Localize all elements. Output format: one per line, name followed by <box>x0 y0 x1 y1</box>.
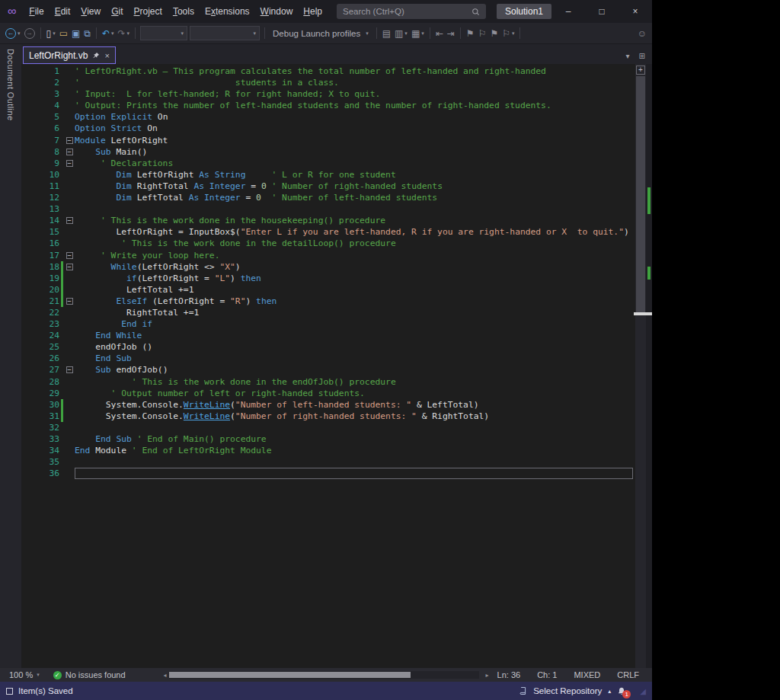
notifications-button[interactable]: 1 <box>617 686 626 696</box>
menu-help[interactable]: Help <box>298 0 328 23</box>
document-outline-tab[interactable]: Document Outline <box>6 49 15 120</box>
configuration-combo[interactable]: ▾ <box>140 26 187 40</box>
code-line-13[interactable]: 13 <box>21 203 635 215</box>
fold-collapse-icon[interactable]: − <box>66 137 73 144</box>
code-line-14[interactable]: 14− ' This is the work done in the house… <box>21 215 635 226</box>
code-line-36[interactable]: 36 <box>21 468 635 479</box>
menu-git[interactable]: Git <box>106 0 128 23</box>
code-line-15[interactable]: 15 LeftOrRight = InputBox$("Enter L if y… <box>21 226 635 238</box>
code-line-10[interactable]: 10 Dim LeftOrRight As String ' L or R fo… <box>21 169 635 181</box>
code-line-28[interactable]: 28 ' This is the work done in the endOfJ… <box>21 376 635 388</box>
solution-button[interactable]: Solution1 <box>497 4 551 19</box>
line-annotations-button[interactable]: ▦▾ <box>411 25 425 42</box>
code-line-7[interactable]: 7−Module LeftOrRight <box>21 135 635 146</box>
fold-collapse-icon[interactable]: − <box>66 252 73 259</box>
menu-view[interactable]: View <box>75 0 106 23</box>
fold-collapse-icon[interactable]: − <box>66 366 73 373</box>
code-line-27[interactable]: 27− Sub endOfJob() <box>21 364 635 376</box>
fold-collapse-icon[interactable]: − <box>66 149 73 155</box>
save-all-button[interactable]: ⧉ <box>83 25 91 42</box>
code-line-11[interactable]: 11 Dim RightTotal As Integer = 0 ' Numbe… <box>21 181 635 192</box>
splitter-handle[interactable] <box>634 312 652 315</box>
new-file-button[interactable]: ▯▾ <box>46 25 56 42</box>
issues-indicator[interactable]: ✓ No issues found <box>53 670 126 679</box>
code-line-1[interactable]: 1' LeftOrRight.vb – This program calcula… <box>21 66 635 77</box>
bookmark-toggle-button[interactable]: ⚑ <box>465 25 475 42</box>
tab-list-chevron-icon[interactable]: ▾ <box>626 52 630 60</box>
code-line-6[interactable]: 6Option Strict On <box>21 123 635 134</box>
code-line-3[interactable]: 3' Input: L for left-handed; R for right… <box>21 88 635 100</box>
code-line-18[interactable]: 18− While(LeftOrRight <> "X") <box>21 261 635 273</box>
code-line-8[interactable]: 8− Sub Main() <box>21 146 635 158</box>
code-line-19[interactable]: 19 if(LeftOrRight = "L") then <box>21 273 635 284</box>
send-feedback-button[interactable]: ☺ <box>637 25 647 42</box>
debug-launch-profiles-dropdown[interactable]: Debug Launch profiles▾ <box>270 25 372 42</box>
window-layout-icon[interactable]: ⊞ <box>639 52 645 60</box>
maximize-button[interactable]: □ <box>585 0 619 23</box>
code-line-25[interactable]: 25 endOfJob () <box>21 341 635 353</box>
code-line-33[interactable]: 33 End Sub ' End of Main() procedure <box>21 433 635 445</box>
code-line-23[interactable]: 23 End if <box>21 318 635 330</box>
open-file-button[interactable]: ▭ <box>59 25 69 42</box>
resize-grip[interactable]: ◢ <box>640 687 646 695</box>
code-line-34[interactable]: 34End Module ' End of LeftOrRight Module <box>21 445 635 456</box>
pin-icon[interactable] <box>92 52 100 59</box>
menu-window[interactable]: Window <box>255 0 299 23</box>
horizontal-scrollbar[interactable] <box>169 671 479 679</box>
code-line-32[interactable]: 32 <box>21 422 635 433</box>
code-line-12[interactable]: 12 Dim LeftTotal As Integer = 0 ' Number… <box>21 192 635 203</box>
fold-collapse-icon[interactable]: − <box>66 160 73 167</box>
code-line-4[interactable]: 4' Output: Prints the number of left-han… <box>21 100 635 111</box>
navigate-back-button[interactable]: ←▾ <box>5 25 21 42</box>
find-in-files-button[interactable]: ▤ <box>382 25 392 42</box>
code-line-30[interactable]: 30 System.Console.WriteLine("Number of l… <box>21 399 635 411</box>
menu-tools[interactable]: Tools <box>168 0 200 23</box>
fold-collapse-icon[interactable]: − <box>66 264 73 270</box>
save-button[interactable]: ▣ <box>71 25 81 42</box>
code-line-21[interactable]: 21− ElseIf (LeftOrRight = "R") then <box>21 296 635 307</box>
tab-close-icon[interactable]: × <box>104 51 109 60</box>
line-ending-indicator[interactable]: CRLF <box>609 670 647 679</box>
platform-combo[interactable]: ▾ <box>190 26 260 40</box>
code-line-9[interactable]: 9− ' Declarations <box>21 158 635 169</box>
code-line-2[interactable]: 2' students in a class. <box>21 77 635 88</box>
preview-window-button[interactable]: ▥▾ <box>394 25 408 42</box>
code-line-5[interactable]: 5Option Explicit On <box>21 111 635 123</box>
bookmarks-window-button[interactable]: ⚐▾ <box>501 25 515 42</box>
vertical-scrollbar-thumb[interactable] <box>636 76 645 312</box>
code-lines[interactable]: 1' LeftOrRight.vb – This program calcula… <box>21 64 635 668</box>
indent-increase-button[interactable]: ⇥ <box>446 25 456 42</box>
menu-extensions[interactable]: Extensions <box>200 0 255 23</box>
navigate-forward-button[interactable]: → <box>24 25 36 42</box>
code-line-26[interactable]: 26 End Sub <box>21 353 635 364</box>
code-line-20[interactable]: 20 LeftTotal +=1 <box>21 284 635 296</box>
encoding-indicator[interactable]: MIXED <box>565 670 609 679</box>
code-line-24[interactable]: 24 End While <box>21 330 635 341</box>
scroll-left-icon[interactable]: ◂ <box>164 672 167 679</box>
menu-edit[interactable]: Edit <box>50 0 76 23</box>
select-repository-button[interactable]: Select Repository <box>533 686 602 695</box>
undo-button[interactable]: ↶▾ <box>101 25 115 42</box>
fold-collapse-icon[interactable]: − <box>66 298 73 305</box>
redo-button[interactable]: ↷▾ <box>117 25 130 42</box>
code-line-29[interactable]: 29 ' Output number of left or right-hand… <box>21 388 635 399</box>
code-line-35[interactable]: 35 <box>21 456 635 468</box>
menu-project[interactable]: Project <box>129 0 168 23</box>
horizontal-scrollbar-thumb[interactable] <box>169 672 411 678</box>
code-line-16[interactable]: 16 ' This is the work done in the detail… <box>21 238 635 249</box>
menu-file[interactable]: File <box>24 0 49 23</box>
bookmark-previous-button[interactable]: ⚐ <box>478 25 488 42</box>
tab-leftorright[interactable]: LeftOrRight.vb × <box>23 46 116 64</box>
zoom-dropdown[interactable]: 100 % ▾ <box>5 670 44 679</box>
vertical-scrollbar[interactable]: + <box>635 64 646 668</box>
code-line-22[interactable]: 22 RightTotal +=1 <box>21 307 635 318</box>
column-indicator[interactable]: Ch: 1 <box>529 670 565 679</box>
search-box[interactable]: Search (Ctrl+Q) <box>337 4 486 19</box>
code-line-17[interactable]: 17− ' Write your loop here. <box>21 250 635 261</box>
close-button[interactable]: × <box>619 0 652 23</box>
fold-collapse-icon[interactable]: − <box>66 217 73 224</box>
code-line-31[interactable]: 31 System.Console.WriteLine("Number of r… <box>21 411 635 422</box>
indent-decrease-button[interactable]: ⇤ <box>435 25 444 42</box>
bookmark-next-button[interactable]: ⚑ <box>489 25 499 42</box>
line-indicator[interactable]: Ln: 36 <box>489 670 529 679</box>
